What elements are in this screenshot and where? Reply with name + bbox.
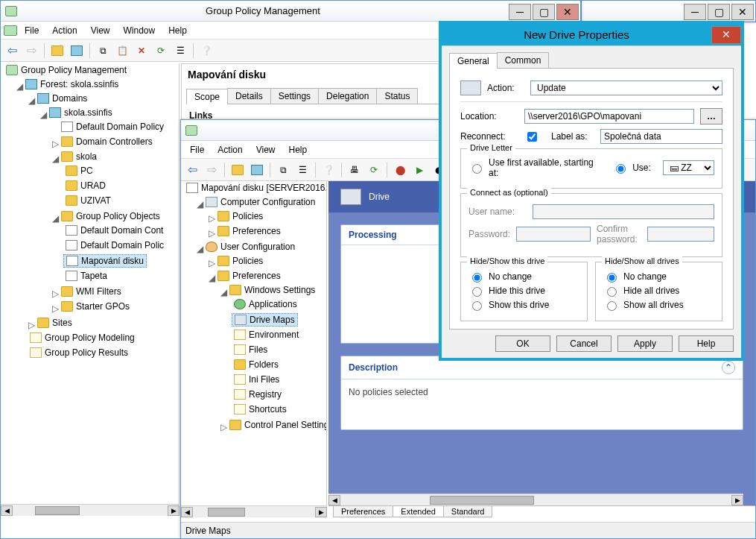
tree-sites[interactable]: Sites [52,318,72,328]
expander[interactable]: ▷ [208,228,215,239]
gpe-menu-view[interactable]: View [250,143,282,157]
location-input[interactable] [524,109,694,124]
gpe-forward[interactable]: ⇨ [203,162,220,178]
tree-urad[interactable]: URAD [80,180,106,191]
gpe-refresh[interactable]: ⟳ [366,162,382,178]
menu-file[interactable]: File [19,24,45,37]
drive-letter-select[interactable]: 🖴 ZZ [663,160,714,175]
tree-skola[interactable]: skola [76,151,97,162]
scroll-right[interactable]: ▶ [315,507,327,517]
gpe-back[interactable]: ⇦ [184,162,200,178]
nochange-this-radio[interactable] [472,273,482,283]
expander[interactable]: ◢ [51,213,59,224]
btab-extended[interactable]: Extended [393,506,443,517]
gpe-play[interactable]: ▶ [411,162,428,178]
gpe-print[interactable]: 🖶 [346,162,363,178]
toolbar-delete[interactable]: ✕ [133,42,150,59]
expander[interactable]: ◢ [16,81,23,92]
gpe-root[interactable]: Mapování disku [SERVER2016.SK [201,183,327,193]
gpe-up[interactable] [229,162,246,178]
tab-scope[interactable]: Scope [186,89,228,104]
tree-starter[interactable]: Starter GPOs [76,301,130,312]
tree-ddpol[interactable]: Default Domain Polic [80,240,164,250]
gpe-folders[interactable]: Folders [249,359,279,370]
menu-view[interactable]: View [85,24,116,37]
btab-standard[interactable]: Standard [443,506,493,517]
tab-status[interactable]: Status [376,88,418,104]
blue-scrollbar[interactable]: ◀ ▶ [328,494,743,505]
expander[interactable]: ◢ [39,110,47,120]
browse-button[interactable]: … [700,108,722,124]
menu-help[interactable]: Help [162,24,193,37]
collapse-icon[interactable]: ⌃ [722,361,735,374]
scroll-thumb[interactable] [208,508,245,517]
labelas-input[interactable] [600,129,722,144]
hide-this-radio[interactable] [472,287,482,297]
gpe-tree-scrollbar[interactable]: ◀ ▶ [181,505,327,517]
toolbar-copy[interactable]: ⧉ [95,42,111,59]
expander[interactable]: ▷ [51,139,59,149]
scroll-thumb[interactable] [430,496,534,505]
gpe-menu-help[interactable]: Help [283,143,314,157]
menu-window[interactable]: Window [118,24,162,37]
bg-minimize-button[interactable]: ─ [684,4,706,20]
expander[interactable]: ◢ [28,95,35,106]
tree-domain[interactable]: skola.ssinfis [64,107,112,118]
bg-close-button[interactable]: ✕ [731,4,754,20]
nochange-all-radio[interactable] [607,273,617,283]
tree-ddp[interactable]: Default Domain Policy [76,122,164,132]
toolbar-refresh[interactable]: ⟳ [153,42,169,59]
expander[interactable]: ▷ [28,320,35,330]
scroll-left[interactable]: ◀ [1,505,13,516]
action-select[interactable]: Update [530,81,722,95]
tab-settings[interactable]: Settings [270,88,319,104]
gpmc-close-button[interactable]: ✕ [556,4,579,20]
gpe-tree[interactable]: Mapování disku [SERVER2016.SK ◢ Computer… [181,181,327,505]
use-first-radio[interactable] [472,164,482,174]
cancel-button[interactable]: Cancel [556,335,612,352]
expander[interactable]: ▷ [208,258,215,268]
expander[interactable]: ◢ [51,154,59,164]
bg-maximize-button[interactable]: ▢ [708,4,730,20]
gpe-env[interactable]: Environment [249,330,299,340]
gpe-prefs2[interactable]: Preferences [232,271,281,281]
tree-pc[interactable]: PC [80,166,93,176]
scroll-right[interactable]: ▶ [731,495,743,505]
scroll-thumb[interactable] [35,506,80,515]
gpe-files[interactable]: Files [249,344,267,355]
gpe-list[interactable]: ☰ [294,162,311,178]
show-all-radio[interactable] [607,301,617,311]
use-radio[interactable] [616,164,626,174]
gpe-menu-action[interactable]: Action [212,143,248,157]
scroll-left[interactable]: ◀ [328,495,340,505]
tree-ddcont[interactable]: Default Domain Cont [80,225,163,236]
reconnect-checkbox[interactable] [527,132,537,142]
forward-button[interactable]: ⇨ [23,42,39,59]
gpe-prefs1[interactable]: Preferences [232,226,281,236]
dlg-tab-common[interactable]: Common [497,52,550,68]
menu-action[interactable]: Action [46,24,83,37]
expander[interactable]: ◢ [208,273,215,283]
gpe-drivemaps[interactable]: Drive Maps [250,315,295,325]
dlg-close-button[interactable]: ✕ [711,26,741,44]
tree-gpo[interactable]: Group Policy Objects [76,211,160,221]
gpe-cp[interactable]: Control Panel Setting [244,420,327,430]
expander[interactable]: ◢ [196,199,203,209]
gpe-stop[interactable]: ⬤ [392,162,408,178]
expander[interactable]: ▷ [220,422,227,432]
gpe-menu-file[interactable]: File [184,143,210,157]
gpe-ini[interactable]: Ini Files [249,374,279,385]
gpe-uconf[interactable]: User Configuration [220,242,295,252]
apply-button[interactable]: Apply [617,335,673,352]
expander[interactable] [51,124,59,134]
ok-button[interactable]: OK [495,335,550,352]
gpmc-minimize-button[interactable]: ─ [509,4,531,20]
expander[interactable]: ▷ [208,213,215,224]
gpe-copy[interactable]: ⧉ [275,162,291,178]
help-button[interactable]: Help [679,335,734,352]
tree-gpres[interactable]: Group Policy Results [45,347,128,358]
gpe-policies1[interactable]: Policies [232,211,263,221]
tab-delegation[interactable]: Delegation [318,88,377,104]
gpe-props[interactable] [249,162,265,178]
tree-domains[interactable]: Domains [52,93,87,104]
